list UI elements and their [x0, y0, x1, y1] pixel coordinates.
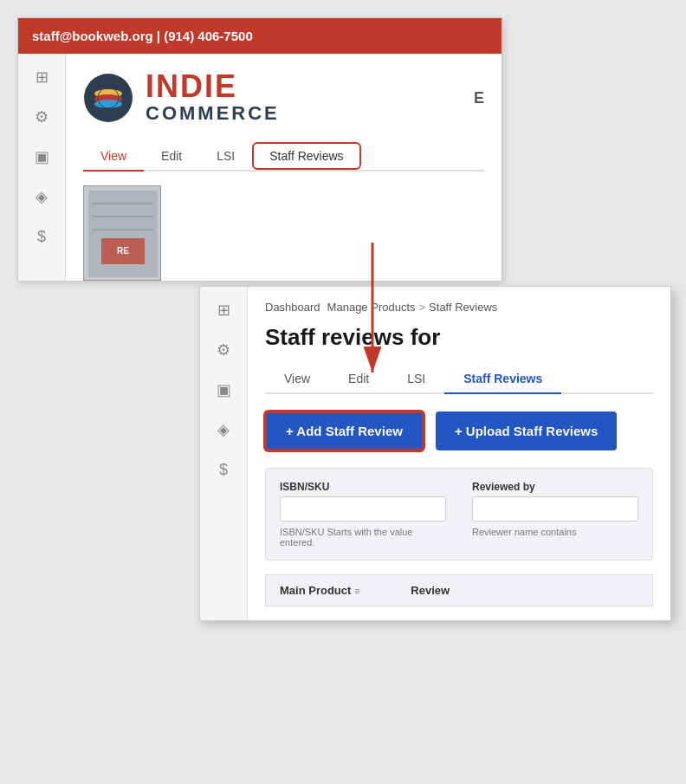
- tab-view-front[interactable]: View: [265, 365, 329, 394]
- breadcrumb-sep2: >: [419, 301, 426, 314]
- isbn-input[interactable]: [280, 496, 446, 522]
- tab-lsi-back[interactable]: LSI: [199, 142, 252, 172]
- gear-icon-front[interactable]: ⚙: [214, 340, 233, 360]
- breadcrumb-dashboard[interactable]: Dashboard: [265, 301, 320, 314]
- document-icon-front[interactable]: ▣: [214, 380, 233, 399]
- svg-text:RE: RE: [117, 246, 129, 256]
- tab-edit-back[interactable]: Edit: [144, 142, 199, 172]
- tag-icon-front[interactable]: ◈: [214, 420, 233, 439]
- tag-icon[interactable]: ◈: [32, 187, 51, 206]
- gear-icon[interactable]: ⚙: [32, 107, 51, 126]
- document-icon[interactable]: ▣: [32, 147, 51, 166]
- dollar-icon[interactable]: $: [32, 227, 51, 246]
- breadcrumb-manage-products[interactable]: Manage Products: [327, 301, 416, 314]
- breadcrumb: Dashboard Manage Products > Staff Review…: [265, 301, 653, 314]
- breadcrumb-current: Staff Reviews: [429, 301, 497, 314]
- logo-indie: INDIE: [146, 71, 280, 102]
- tab-lsi-front[interactable]: LSI: [388, 365, 444, 394]
- reviewed-by-input[interactable]: [472, 496, 638, 522]
- sidebar-back: ⊞ ⚙ ▣ ◈ $: [18, 54, 66, 281]
- book-thumbnail: RE: [83, 185, 161, 281]
- contact-info: staff@bookweb.org | (914) 406-7500: [32, 29, 253, 43]
- isbn-hint: ISBN/SKU Starts with the value entered.: [280, 527, 446, 548]
- add-staff-review-button[interactable]: + Add Staff Review: [265, 411, 424, 450]
- back-card-main: INDIE COMMERCE E View Edit LSI Staff Rev…: [66, 54, 502, 281]
- tab-view-back[interactable]: View: [83, 142, 144, 172]
- upload-staff-reviews-button[interactable]: + Upload Staff Reviews: [436, 411, 617, 450]
- front-card: ⊞ ⚙ ▣ ◈ $ Dashboard Manage Products > St…: [199, 286, 671, 621]
- col-main-product: Main Product ≡: [280, 584, 393, 597]
- tab-staff-reviews-back[interactable]: Staff Reviews: [252, 142, 360, 170]
- reviewed-by-hint: Reviewer name contains: [472, 527, 638, 537]
- logo-commerce: COMMERCE: [146, 102, 280, 125]
- filter-row: ISBN/SKU ISBN/SKU Starts with the value …: [280, 481, 638, 548]
- reviewed-by-filter-group: Reviewed by Reviewer name contains: [472, 481, 638, 548]
- logo-icon: [83, 73, 133, 123]
- sidebar-front: ⊞ ⚙ ▣ ◈ $: [200, 287, 248, 620]
- filter-section: ISBN/SKU ISBN/SKU Starts with the value …: [265, 468, 653, 560]
- reviewed-by-label: Reviewed by: [472, 481, 638, 493]
- logo-text: INDIE COMMERCE: [146, 71, 280, 125]
- isbn-label: ISBN/SKU: [280, 481, 446, 493]
- logo-area: INDIE COMMERCE E: [83, 71, 484, 125]
- sort-icon-main[interactable]: ≡: [354, 586, 359, 596]
- table-header: Main Product ≡ Review: [265, 574, 653, 606]
- page-title: Staff reviews for: [265, 324, 653, 351]
- back-card: staff@bookweb.org | (914) 406-7500 ⊞ ⚙ ▣…: [17, 17, 502, 282]
- action-buttons: + Add Staff Review + Upload Staff Review…: [265, 411, 653, 450]
- collapse-icon[interactable]: E: [474, 89, 484, 107]
- front-card-main: Dashboard Manage Products > Staff Review…: [248, 287, 670, 620]
- dollar-icon-front[interactable]: $: [214, 460, 233, 479]
- tabs-back: View Edit LSI Staff Reviews: [83, 142, 484, 172]
- tab-staff-reviews-front[interactable]: Staff Reviews: [444, 365, 561, 394]
- tabs-front: View Edit LSI Staff Reviews: [265, 365, 653, 394]
- col-review: Review: [411, 584, 638, 597]
- isbn-filter-group: ISBN/SKU ISBN/SKU Starts with the value …: [280, 481, 446, 548]
- header-bar: staff@bookweb.org | (914) 406-7500: [18, 18, 502, 54]
- grid-icon-front[interactable]: ⊞: [214, 301, 233, 320]
- tab-edit-front[interactable]: Edit: [329, 365, 388, 394]
- grid-icon[interactable]: ⊞: [32, 68, 51, 87]
